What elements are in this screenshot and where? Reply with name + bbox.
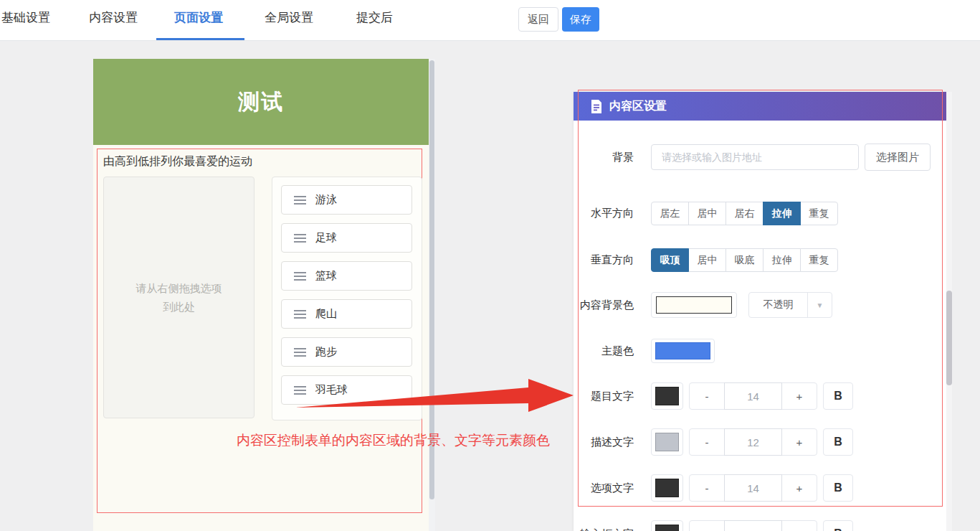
option-label: 羽毛球 [315, 383, 348, 397]
list-item[interactable]: 爬山 [281, 299, 412, 329]
back-button[interactable]: 返回 [518, 7, 558, 32]
background-label: 背景 [574, 151, 634, 164]
title-font-size-stepper: - + [689, 382, 817, 410]
decrease-font-button[interactable]: - [689, 474, 725, 502]
increase-font-button[interactable]: + [781, 382, 817, 410]
question-title: 由高到低排列你最喜爱的运动 [103, 154, 252, 169]
description-text-row: 描述文字 - + B [574, 428, 853, 456]
toggle-repeat-v[interactable]: 重复 [800, 248, 838, 272]
option-label: 爬山 [315, 307, 337, 321]
option-bold-button[interactable]: B [823, 474, 853, 502]
description-font-size-input[interactable] [724, 428, 782, 456]
panel-scrollbar-thumb[interactable] [946, 291, 952, 385]
dropzone-hint-line1: 请从右侧拖拽选项 [136, 279, 222, 298]
form-header-banner: 测试 [93, 59, 429, 145]
horizontal-toggle-group: 居左 居中 居右 拉伸 重复 [651, 202, 838, 225]
document-icon [591, 100, 602, 113]
option-label: 篮球 [315, 269, 337, 283]
drag-handle-icon [294, 386, 306, 395]
tab-content-settings[interactable]: 内容设置 [89, 9, 138, 27]
form-title: 测试 [238, 88, 284, 117]
theme-color-swatch[interactable] [651, 339, 715, 363]
horizontal-direction-row: 水平方向 居左 居中 居右 拉伸 重复 [574, 202, 838, 225]
toggle-align-left[interactable]: 居左 [651, 202, 689, 225]
list-item[interactable]: 游泳 [281, 185, 412, 215]
decrease-font-button[interactable]: - [689, 382, 725, 410]
drag-handle-icon [294, 310, 306, 319]
panel-header: 内容区设置 [574, 92, 946, 121]
description-font-size-stepper: - + [689, 428, 817, 456]
option-font-size-input[interactable] [724, 474, 782, 502]
vertical-direction-row: 垂直方向 吸顶 居中 吸底 拉伸 重复 [574, 248, 838, 272]
rank-dropzone[interactable]: 请从右侧拖拽选项 到此处 [103, 177, 254, 418]
toggle-stretch[interactable]: 拉伸 [763, 202, 801, 225]
drag-handle-icon [294, 196, 306, 205]
theme-color-label: 主题色 [574, 344, 634, 358]
option-label: 游泳 [315, 193, 337, 207]
input-color-swatch[interactable] [651, 520, 683, 531]
option-text-row: 选项文字 - + B [574, 474, 853, 502]
title-text-label: 题目文字 [574, 390, 634, 403]
panel-scrollbar[interactable] [946, 92, 952, 531]
description-color-swatch[interactable] [651, 428, 683, 456]
increase-font-button[interactable]: + [781, 474, 817, 502]
option-label: 足球 [315, 231, 337, 245]
title-text-color-swatch[interactable] [651, 382, 683, 410]
content-bg-color-row: 内容背景色 不透明 ▼ [574, 292, 832, 318]
option-color-swatch[interactable] [651, 474, 683, 502]
vertical-toggle-group: 吸顶 居中 吸底 拉伸 重复 [651, 248, 838, 272]
drag-handle-icon [294, 234, 306, 243]
background-row: 背景 选择图片 [574, 144, 931, 171]
toggle-align-right[interactable]: 居右 [726, 202, 763, 225]
rank-option-list: 游泳 足球 篮球 爬山 跑步 羽毛球 [272, 177, 422, 420]
description-text-label: 描述文字 [574, 436, 634, 449]
list-item[interactable]: 篮球 [281, 261, 412, 291]
description-bold-button[interactable]: B [823, 428, 853, 456]
option-label: 跑步 [315, 345, 337, 359]
increase-font-button[interactable] [781, 520, 817, 531]
active-tab-underline [156, 38, 244, 40]
opacity-dropdown[interactable]: 不透明 ▼ [748, 292, 832, 318]
toggle-repeat[interactable]: 重复 [800, 202, 838, 225]
annotation-text: 内容区控制表单的内容区域的背景、文字等元素颜色 [237, 431, 574, 450]
tab-after-submit[interactable]: 提交后 [356, 9, 393, 27]
toggle-stick-top[interactable]: 吸顶 [651, 248, 689, 272]
background-image-input[interactable] [651, 144, 859, 170]
chevron-down-icon: ▼ [807, 293, 832, 317]
save-button[interactable]: 保存 [562, 7, 599, 32]
content-bg-label: 内容背景色 [574, 299, 634, 312]
option-font-size-stepper: - + [689, 474, 817, 502]
preview-scrollbar[interactable] [429, 59, 435, 531]
input-bold-button[interactable]: B [823, 520, 853, 531]
toggle-stretch-v[interactable]: 拉伸 [763, 248, 801, 272]
list-item[interactable]: 跑步 [281, 337, 412, 367]
content-bg-color-swatch[interactable] [651, 292, 737, 318]
decrease-font-button[interactable] [689, 520, 725, 531]
vertical-label: 垂直方向 [574, 253, 634, 267]
input-text-label: 输入框文字 [574, 527, 634, 531]
list-item[interactable]: 足球 [281, 223, 412, 253]
toggle-middle[interactable]: 居中 [688, 248, 726, 272]
panel-title: 内容区设置 [609, 99, 667, 114]
toggle-align-center[interactable]: 居中 [688, 202, 726, 225]
content-area-settings-panel: 内容区设置 背景 选择图片 水平方向 居左 居中 居右 拉伸 重复 垂直方向 吸… [574, 92, 946, 531]
title-font-size-input[interactable] [724, 382, 782, 410]
tab-page-settings[interactable]: 页面设置 [174, 9, 223, 27]
tab-global-settings[interactable]: 全局设置 [265, 9, 313, 27]
decrease-font-button[interactable]: - [689, 428, 725, 456]
choose-image-button[interactable]: 选择图片 [865, 144, 931, 171]
title-bold-button[interactable]: B [823, 382, 853, 410]
list-item[interactable]: 羽毛球 [281, 375, 412, 405]
top-navigation-bar: 基础设置 内容设置 页面设置 全局设置 提交后 返回 保存 [0, 0, 980, 41]
input-font-size-input[interactable] [724, 520, 782, 531]
horizontal-label: 水平方向 [574, 207, 634, 220]
content-area-highlight-box: 由高到低排列你最喜爱的运动 请从右侧拖拽选项 到此处 游泳 足球 篮球 爬山 [97, 149, 422, 513]
increase-font-button[interactable]: + [781, 428, 817, 456]
toggle-stick-bottom[interactable]: 吸底 [726, 248, 763, 272]
input-font-size-stepper [689, 520, 817, 531]
input-text-row: 输入框文字 B [574, 520, 853, 531]
tab-basic-settings[interactable]: 基础设置 [1, 9, 50, 27]
option-text-label: 选项文字 [574, 481, 634, 495]
title-text-row: 题目文字 - + B [574, 382, 853, 410]
theme-color-row: 主题色 [574, 339, 715, 363]
